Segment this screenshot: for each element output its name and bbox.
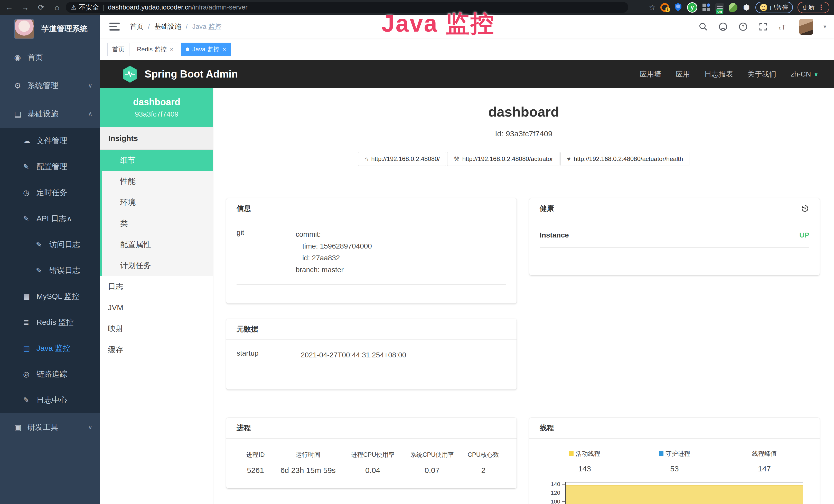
breadcrumb-infra[interactable]: 基础设施: [154, 22, 181, 31]
y-tick-100: 100: [540, 498, 560, 504]
forward-icon[interactable]: →: [21, 3, 30, 12]
stat-label: 进程CPU使用率: [342, 451, 404, 459]
threads-card: 线程 活动线程 143: [529, 418, 820, 504]
sba-item-caches[interactable]: 缓存: [100, 339, 213, 360]
sidebar-item-home[interactable]: ◉ 首页: [0, 43, 100, 71]
url-domain: dashboard.yudao.iocoder.cn: [108, 3, 192, 11]
sba-instance-header[interactable]: dashboard 93a3fc7f7409: [100, 88, 213, 127]
app-main: 首页 / 基础设施 / Java 监控 ?: [100, 15, 834, 504]
extension-list-icon[interactable]: on: [715, 3, 724, 12]
annotation-java-monitor: Java 监控: [381, 8, 495, 40]
sidebar-item-config[interactable]: ✎ 配置管理: [0, 154, 100, 180]
process-stats: 进程ID 5261 运行时间 6d 23h 15m 59s 进程CPU使用率 0…: [237, 451, 506, 475]
home-icon[interactable]: ⌂: [52, 3, 62, 12]
extension-pin-icon[interactable]: [674, 3, 682, 12]
stat-label: 系统CPU使用率: [404, 451, 461, 459]
page-instance-id: Id: 93a3fc7f7409: [214, 130, 834, 138]
sba-language-select[interactable]: zh-CN ∨: [791, 70, 818, 78]
fullscreen-icon[interactable]: [758, 22, 768, 31]
bookmark-star-icon[interactable]: ☆: [649, 3, 656, 12]
stat-value: 147: [720, 464, 809, 473]
hamburger-icon[interactable]: [109, 23, 120, 30]
font-size-icon[interactable]: t T: [778, 22, 789, 31]
sba-item-classes[interactable]: 类: [102, 213, 213, 234]
timer-icon: ◷: [23, 188, 37, 197]
address-bar[interactable]: ⚠ 不安全 | dashboard.yudao.iocoder.cn /infr…: [66, 2, 628, 13]
service-url-button[interactable]: ⌂ http://192.168.0.2:48080/: [358, 152, 446, 166]
metadata-value: 2021-04-27T00:44:31.254+08:00: [301, 349, 406, 361]
user-avatar[interactable]: [799, 19, 813, 35]
sidebar-item-trace[interactable]: ◎ 链路追踪: [0, 361, 100, 387]
history-icon[interactable]: [800, 204, 809, 213]
extension-badge: 1: [665, 7, 670, 12]
sidebar-item-infra[interactable]: ▤ 基础设施 ∧: [0, 100, 100, 128]
sba-item-mappings[interactable]: 映射: [100, 318, 213, 339]
actuator-url: http://192.168.0.2:48080/actuator: [462, 155, 553, 162]
profile-paused-chip[interactable]: 已暂停: [755, 2, 793, 13]
browser-right-controls: ☆ 1 y on ⬢ 已暂停 更新 ⋮: [649, 0, 829, 15]
sba-nav-journal[interactable]: 日志报表: [704, 69, 733, 79]
app-logo-image: [14, 19, 34, 39]
avatar-caret-icon[interactable]: ▾: [824, 23, 826, 30]
extensions-puzzle-icon[interactable]: ⬢: [742, 3, 751, 12]
extension-orange-icon[interactable]: 1: [660, 3, 669, 12]
divider: |: [103, 3, 105, 11]
git-branch-line: branch: master: [295, 264, 372, 276]
sba-nav-applications[interactable]: 应用: [676, 69, 690, 79]
extension-leaf-icon[interactable]: [729, 3, 738, 12]
header-actions: ? t T ▾: [699, 15, 826, 39]
legend-yellow-swatch: [569, 451, 574, 456]
not-secure-label[interactable]: 不安全: [79, 3, 99, 12]
sba-item-scheduledtasks[interactable]: 计划任务: [102, 255, 213, 276]
sba-content: dashboard Id: 93a3fc7f7409 ⌂ http://192.…: [214, 88, 834, 504]
sidebar-item-file[interactable]: ☁ 文件管理: [0, 128, 100, 154]
info-card-title: 信息: [226, 198, 517, 219]
instance-links: ⌂ http://192.168.0.2:48080/ ⚒ http://192…: [214, 152, 834, 166]
health-instance-row: Instance UP: [540, 231, 809, 248]
sidebar-item-logcenter[interactable]: ✎ 日志中心: [0, 387, 100, 413]
database-grid-icon: ▦: [23, 292, 37, 301]
sba-item-configprops[interactable]: 配置属性: [102, 234, 213, 255]
sidebar-item-job[interactable]: ◷ 定时任务: [0, 180, 100, 206]
tab-home[interactable]: 首页: [107, 43, 129, 56]
sba-item-details-active[interactable]: 细节: [102, 150, 213, 171]
sidebar-item-label: Redis 监控: [37, 317, 74, 328]
github-icon[interactable]: [718, 22, 728, 31]
sba-item-jvm[interactable]: JVM: [100, 297, 213, 318]
card-title-label: 线程: [540, 423, 554, 433]
tab-java-active[interactable]: Java 监控 ×: [181, 43, 231, 56]
metadata-card: 元数据 startup 2021-04-27T00:44:31.254+08:0…: [226, 319, 517, 389]
sidebar-item-system[interactable]: ⚙ 系统管理 ∨: [0, 71, 100, 100]
chrome-update-button[interactable]: 更新 ⋮: [797, 2, 829, 13]
sidebar-item-java-active[interactable]: ▥ Java 监控: [0, 335, 100, 361]
close-icon[interactable]: ×: [222, 46, 226, 53]
health-url-button[interactable]: ♥ http://192.168.0.2:48080/actuator/heal…: [561, 152, 689, 166]
sidebar-item-errorlog[interactable]: ✎ 错误日志: [0, 257, 100, 283]
sba-item-environment[interactable]: 环境: [102, 192, 213, 213]
tab-redis[interactable]: Redis 监控 ×: [132, 43, 178, 56]
git-commit-line: commit:: [295, 229, 372, 240]
kebab-menu-icon[interactable]: ⋮: [817, 3, 825, 12]
sba-item-logs[interactable]: 日志: [100, 276, 213, 297]
breadcrumb-home[interactable]: 首页: [130, 22, 143, 31]
sidebar-item-apilog[interactable]: ✎ API 日志 ∧: [0, 206, 100, 232]
search-icon[interactable]: [699, 22, 708, 31]
sba-nav-wallboard[interactable]: 应用墙: [640, 69, 661, 79]
extension-y-icon[interactable]: y: [687, 2, 697, 13]
reload-icon[interactable]: ⟳: [37, 3, 46, 12]
info-card: 信息 git commit: time: 1596289704000 id: 2…: [226, 198, 517, 303]
actuator-url-button[interactable]: ⚒ http://192.168.0.2:48080/actuator: [447, 152, 559, 166]
sidebar-item-mysql[interactable]: ▦ MySQL 监控: [0, 283, 100, 310]
help-icon[interactable]: ?: [738, 22, 748, 31]
extension-grid-icon[interactable]: [702, 3, 711, 12]
sba-nav-about[interactable]: 关于我们: [747, 69, 776, 79]
close-icon[interactable]: ×: [170, 46, 173, 53]
sidebar-item-accesslog[interactable]: ✎ 访问日志: [0, 232, 100, 257]
sidebar-item-devtool[interactable]: ▣ 研发工具 ∨: [0, 413, 100, 441]
sba-item-metrics[interactable]: 性能: [102, 171, 213, 192]
card-title-label: 元数据: [237, 324, 258, 334]
back-icon[interactable]: ←: [5, 3, 14, 12]
breadcrumb-separator: /: [148, 23, 150, 30]
stat-value: 53: [630, 464, 720, 473]
sidebar-item-redis[interactable]: ≣ Redis 监控: [0, 310, 100, 335]
